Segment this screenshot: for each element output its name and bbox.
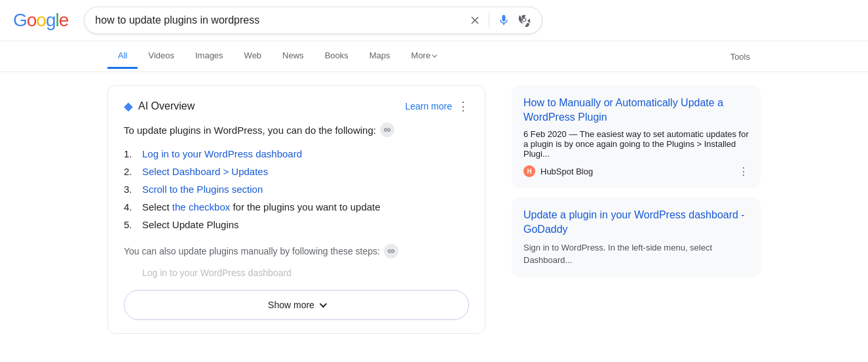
chevron-down-icon — [320, 300, 327, 308]
left-column: ◆ AI Overview Learn more ⋮ To update plu… — [107, 85, 485, 347]
result-1-date: 6 Feb 2020 — The easiest way to set auto… — [523, 129, 749, 159]
nav-tabs: All Videos Images Web News Books Maps Mo… — [0, 41, 868, 72]
logo-letter-o1: o — [27, 10, 37, 30]
search-icons — [469, 12, 531, 28]
link-icon-2[interactable] — [384, 244, 398, 258]
image-search-button[interactable] — [518, 14, 531, 27]
step-3: 3. Scroll to the Plugins section — [124, 180, 469, 198]
tab-books[interactable]: Books — [314, 44, 359, 69]
ai-also-text: You can also update plugins manually by … — [124, 244, 469, 258]
step-3-link[interactable]: Scroll to the Plugins section — [142, 184, 263, 195]
result-1-source: H HubSpot Blog ⋮ — [523, 165, 749, 178]
result-card-2: Update a plugin in your WordPress dashbo… — [512, 197, 761, 277]
ai-overview-intro: To update plugins in WordPress, you can … — [124, 123, 469, 137]
step-4-link[interactable]: the checkbox — [172, 201, 230, 212]
tab-news[interactable]: News — [272, 44, 314, 69]
logo-letter-g: G — [13, 10, 27, 30]
result-1-title[interactable]: How to Manually or Automatically Update … — [523, 96, 749, 125]
step-2-link[interactable]: Select Dashboard > Updates — [142, 166, 268, 177]
tab-more[interactable]: More — [401, 44, 447, 69]
clear-button[interactable] — [469, 14, 481, 26]
search-divider — [489, 12, 489, 28]
chevron-down-icon — [432, 52, 437, 57]
logo-letter-o2: o — [36, 10, 46, 30]
learn-more-link[interactable]: Learn more — [405, 101, 452, 111]
ai-overview-title: ◆ AI Overview — [124, 99, 195, 113]
result-1-more-options[interactable]: ⋮ — [738, 165, 749, 178]
step-2: 2. Select Dashboard > Updates — [124, 163, 469, 180]
ai-steps-list: 1. Log in to your WordPress dashboard 2.… — [124, 145, 469, 233]
search-input[interactable] — [95, 14, 464, 26]
right-column: How to Manually or Automatically Update … — [512, 85, 761, 347]
tab-web[interactable]: Web — [234, 44, 273, 69]
google-logo: Google — [13, 10, 68, 31]
voice-search-button[interactable] — [497, 14, 510, 27]
step-5: 5. Select Update Plugins — [124, 216, 469, 233]
result-card-1: How to Manually or Automatically Update … — [512, 85, 761, 188]
tab-videos[interactable]: Videos — [138, 44, 185, 69]
step-1: 1. Log in to your WordPress dashboard — [124, 145, 469, 163]
tab-maps[interactable]: Maps — [359, 44, 401, 69]
logo-letter-e: e — [59, 10, 69, 30]
ai-faded-step: Log in to your WordPress dashboard — [124, 265, 469, 281]
tab-tools[interactable]: Tools — [720, 45, 761, 68]
tab-all[interactable]: All — [107, 44, 138, 69]
link-icon[interactable] — [380, 123, 394, 137]
ai-more-options-button[interactable]: ⋮ — [457, 99, 469, 113]
logo-letter-g2: g — [46, 10, 56, 30]
tab-images[interactable]: Images — [185, 44, 234, 69]
ai-overview-header: ◆ AI Overview Learn more ⋮ — [124, 99, 469, 113]
ai-header-actions: Learn more ⋮ — [405, 99, 469, 113]
result-2-title[interactable]: Update a plugin in your WordPress dashbo… — [523, 208, 749, 237]
main-content: ◆ AI Overview Learn more ⋮ To update plu… — [0, 72, 868, 360]
diamond-icon: ◆ — [124, 99, 133, 113]
result-2-snippet: Sign in to WordPress. In the left-side m… — [523, 241, 749, 267]
step-1-link[interactable]: Log in to your WordPress dashboard — [142, 148, 302, 159]
show-more-button[interactable]: Show more — [124, 290, 469, 320]
search-bar[interactable] — [84, 7, 542, 34]
header: Google — [0, 0, 868, 41]
ai-overview-box: ◆ AI Overview Learn more ⋮ To update plu… — [107, 85, 485, 334]
step-4: 4. Select the checkbox for the plugins y… — [124, 198, 469, 216]
hubspot-icon: H — [523, 165, 535, 177]
